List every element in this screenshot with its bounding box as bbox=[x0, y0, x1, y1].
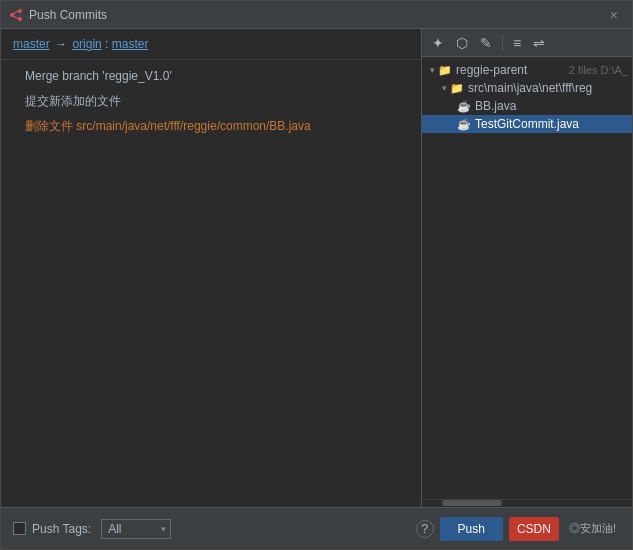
tree-node-testgitcommit-java[interactable]: ☕ TestGitCommit.java bbox=[422, 115, 632, 133]
svg-point-2 bbox=[18, 17, 22, 21]
tree-node-label: TestGitCommit.java bbox=[475, 117, 628, 131]
push-commits-window: Push Commits × master → origin : master … bbox=[0, 0, 633, 550]
right-scrollbar[interactable] bbox=[422, 499, 632, 507]
local-branch-link[interactable]: master bbox=[13, 37, 50, 51]
remote-link[interactable]: origin bbox=[72, 37, 101, 51]
tree-node-label: src\main\java\net\fff\reg bbox=[468, 81, 628, 95]
branch-separator: : bbox=[105, 37, 108, 51]
push-button[interactable]: Push bbox=[440, 517, 503, 541]
help-button[interactable]: ? bbox=[416, 520, 434, 538]
action-buttons: ? Push CSDN ◎安加油! bbox=[416, 516, 620, 541]
toolbar-separator bbox=[502, 35, 503, 51]
tags-dropdown[interactable]: All ▾ bbox=[101, 519, 171, 539]
push-tags-label: Push Tags: bbox=[32, 522, 91, 536]
tree-node-meta: 2 files D:\A_ bbox=[569, 64, 628, 76]
scrollbar-thumb bbox=[442, 500, 502, 506]
commit-item: Merge branch 'reggie_V1.0' bbox=[1, 64, 421, 89]
file-tree: ▾ 📁 reggie-parent 2 files D:\A_ ▾ 📁 src\… bbox=[422, 57, 632, 499]
list-button[interactable]: ≡ bbox=[509, 33, 525, 53]
diff-button[interactable]: ⇌ bbox=[529, 33, 549, 53]
close-button[interactable]: × bbox=[604, 5, 624, 25]
window-title: Push Commits bbox=[29, 8, 604, 22]
tree-node-reggie-parent[interactable]: ▾ 📁 reggie-parent 2 files D:\A_ bbox=[422, 61, 632, 79]
right-toolbar: ✦ ⬡ ✎ ≡ ⇌ bbox=[422, 29, 632, 57]
content-area: master → origin : master Merge branch 'r… bbox=[1, 29, 632, 507]
commits-list: Merge branch 'reggie_V1.0' 提交新添加的文件 删除文件… bbox=[1, 60, 421, 507]
remote-branch-link[interactable]: master bbox=[112, 37, 149, 51]
svg-line-4 bbox=[12, 15, 18, 19]
svg-line-3 bbox=[12, 11, 18, 15]
right-panel: ✦ ⬡ ✎ ≡ ⇌ ▾ 📁 reggie-parent 2 files D:\A… bbox=[422, 29, 632, 507]
tree-node-src[interactable]: ▾ 📁 src\main\java\net\fff\reg bbox=[422, 79, 632, 97]
tree-node-label: BB.java bbox=[475, 99, 628, 113]
edit-button[interactable]: ✎ bbox=[476, 33, 496, 53]
commit-item: 提交新添加的文件 bbox=[1, 89, 421, 114]
git-icon bbox=[9, 8, 23, 22]
title-bar: Push Commits × bbox=[1, 1, 632, 29]
dropdown-value: All bbox=[108, 522, 121, 536]
csdn-button[interactable]: CSDN bbox=[509, 517, 559, 541]
tree-node-bb-java[interactable]: ☕ BB.java bbox=[422, 97, 632, 115]
branch-bar: master → origin : master bbox=[1, 29, 421, 60]
folder-icon: 📁 bbox=[438, 64, 452, 77]
left-panel: master → origin : master Merge branch 'r… bbox=[1, 29, 422, 507]
svg-point-1 bbox=[18, 9, 22, 13]
expand-all-button[interactable]: ✦ bbox=[428, 33, 448, 53]
tree-node-label: reggie-parent bbox=[456, 63, 565, 77]
chevron-down-icon: ▾ bbox=[161, 524, 166, 534]
java-file-icon: ☕ bbox=[457, 118, 471, 131]
bottom-bar: Push Tags: All ▾ ? Push CSDN ◎安加油! bbox=[1, 507, 632, 549]
tree-expand-arrow: ▾ bbox=[430, 65, 435, 75]
push-tags-checkbox[interactable] bbox=[13, 522, 26, 535]
folder-icon: 📁 bbox=[450, 82, 464, 95]
java-file-icon: ☕ bbox=[457, 100, 471, 113]
group-button[interactable]: ⬡ bbox=[452, 33, 472, 53]
tree-expand-arrow: ▾ bbox=[442, 83, 447, 93]
watermark-text: ◎安加油! bbox=[565, 516, 620, 541]
push-tags-control: Push Tags: bbox=[13, 522, 91, 536]
commit-item-deleted: 删除文件 src/main/java/net/fff/reggie/common… bbox=[1, 114, 421, 139]
branch-arrow: → bbox=[55, 37, 67, 51]
